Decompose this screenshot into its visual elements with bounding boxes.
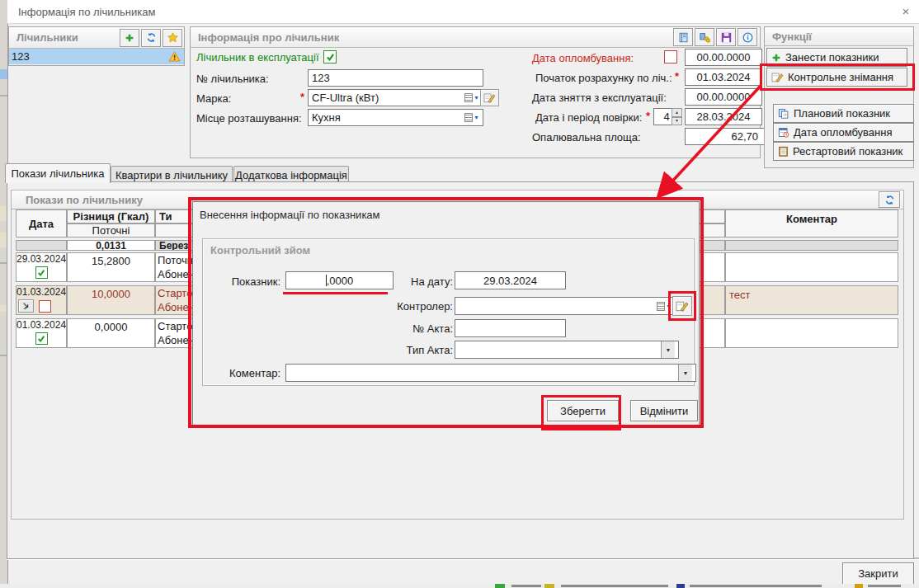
col-header-date[interactable]: Дата bbox=[16, 209, 67, 238]
app-window: Інформація по лічильникам × Лічильники 1… bbox=[0, 0, 919, 588]
combo-dropdown-icon[interactable]: ▼ bbox=[464, 93, 479, 102]
row2-comment-cell[interactable]: тест bbox=[725, 285, 898, 315]
row1-date-cell[interactable]: 29.03.2024 bbox=[16, 252, 67, 282]
verification-period-stepper[interactable]: ▲▼ bbox=[672, 108, 682, 125]
add-readings-button[interactable]: Занести показники bbox=[766, 48, 907, 67]
verification-required-marker: * bbox=[646, 110, 650, 122]
table-refresh-icon[interactable] bbox=[879, 191, 900, 208]
counter-list-item[interactable]: 123 bbox=[9, 49, 184, 64]
comment-select[interactable]: ▼ bbox=[285, 364, 696, 382]
in-service-checkbox[interactable] bbox=[323, 50, 337, 64]
star-icon[interactable] bbox=[163, 29, 182, 47]
row3-date-cell[interactable]: 01.03.2024 bbox=[16, 318, 67, 348]
location-label: Місце розташування: bbox=[196, 112, 302, 125]
clipboard-icon bbox=[778, 146, 789, 157]
background-fragment bbox=[0, 69, 7, 79]
summary-date-cell bbox=[16, 240, 67, 251]
act-type-select[interactable]: ▼ bbox=[455, 341, 679, 359]
planned-reading-icon bbox=[778, 108, 789, 119]
controller-combobox[interactable]: ▼ bbox=[455, 297, 676, 315]
seal-date-label: Дата опломбування: bbox=[532, 52, 634, 64]
summary-comment-cell bbox=[725, 240, 898, 251]
decommission-input[interactable]: 00.00.0000 bbox=[685, 88, 762, 106]
indicator-label: Показник: bbox=[229, 275, 280, 288]
act-no-label: № Акта: bbox=[403, 322, 453, 335]
date-input[interactable]: 29.03.2024 bbox=[455, 271, 566, 289]
indicator-input[interactable]: ,0000 bbox=[285, 271, 394, 289]
close-window-button[interactable]: Закрити bbox=[842, 562, 914, 585]
notebook-icon[interactable] bbox=[673, 28, 693, 46]
row3-checkbox[interactable] bbox=[35, 332, 48, 345]
save-icon[interactable] bbox=[716, 28, 736, 46]
col-header-diff[interactable]: Різниця (Гкал) bbox=[67, 209, 155, 223]
cancel-button[interactable]: Відмінити bbox=[630, 400, 698, 421]
meter-no-label: № лічильника: bbox=[196, 73, 269, 85]
background-fragment bbox=[0, 95, 7, 96]
meter-info-header: Інформація про лічильник bbox=[191, 27, 760, 48]
close-icon[interactable]: × bbox=[896, 3, 916, 20]
comment-label: Коментар: bbox=[229, 367, 280, 379]
add-icon[interactable] bbox=[120, 29, 139, 47]
controller-edit-icon[interactable] bbox=[672, 296, 692, 316]
seal-date-input[interactable]: 00.00.0000 bbox=[685, 49, 762, 66]
summary-diff-cell: 0,0131 bbox=[67, 240, 155, 251]
tab-readings[interactable]: Покази лічильника bbox=[5, 163, 111, 183]
row3-comment-cell[interactable] bbox=[725, 318, 898, 348]
readings-entry-dialog: Внесення інформації по показникам Контро… bbox=[192, 201, 700, 426]
area-input[interactable]: 62,70 bbox=[685, 128, 771, 145]
meter-no-input[interactable]: 123 bbox=[308, 69, 483, 87]
calc-start-required-marker: * bbox=[675, 70, 679, 82]
calc-start-input[interactable]: 01.03.2024 bbox=[685, 68, 762, 86]
functions-panel-title: Функції bbox=[772, 31, 812, 43]
brand-edit-icon[interactable] bbox=[480, 89, 499, 106]
filter-marker-icon[interactable] bbox=[18, 299, 34, 313]
dropdown-arrow-icon[interactable]: ▼ bbox=[661, 341, 675, 358]
counter-item-label: 123 bbox=[12, 50, 30, 63]
row2-date-cell[interactable]: 01.03.2024 bbox=[16, 285, 67, 315]
seal-date-checkbox[interactable] bbox=[664, 50, 677, 64]
brand-label: Марка: bbox=[196, 92, 231, 105]
combo-dropdown-icon[interactable]: ▼ bbox=[464, 113, 479, 122]
col-header-diff-sub: Поточні bbox=[67, 223, 155, 238]
window-title: Інформація по лічильникам bbox=[18, 6, 155, 18]
dialog-title: Внесення інформації по показникам bbox=[193, 202, 699, 221]
functions-panel-header: Функції bbox=[765, 27, 913, 46]
row1-checkbox[interactable] bbox=[35, 266, 48, 279]
act-type-label: Тип Акта: bbox=[395, 344, 453, 356]
act-no-input[interactable] bbox=[455, 319, 566, 337]
in-service-label: Лічильник в експлуатації bbox=[196, 51, 319, 64]
row2-checkbox[interactable] bbox=[39, 300, 51, 313]
decommission-label: Дата зняття з експлуатації: bbox=[532, 92, 667, 104]
tab-additional[interactable]: Додаткова інформація bbox=[233, 166, 349, 183]
row1-comment-cell[interactable] bbox=[725, 252, 898, 282]
brand-combobox[interactable]: CF-Ultra (кВт) ▼ bbox=[308, 89, 483, 106]
warning-icon bbox=[168, 51, 181, 62]
row1-diff-cell[interactable]: 15,2800 bbox=[67, 252, 155, 282]
verification-date-input[interactable]: 28.03.2024 bbox=[685, 108, 762, 125]
row2-diff-cell[interactable]: 10,0000 bbox=[67, 285, 155, 315]
col-header-comment[interactable]: Коментар bbox=[725, 209, 898, 238]
refresh-icon[interactable] bbox=[141, 29, 161, 47]
seal-date-button[interactable]: Дата опломбування bbox=[773, 123, 914, 142]
row3-diff-cell[interactable]: 0,0000 bbox=[67, 318, 155, 348]
edit-icon bbox=[771, 72, 784, 82]
dropdown-arrow-icon[interactable]: ▼ bbox=[678, 365, 692, 381]
counters-panel-title: Лічильники bbox=[16, 31, 78, 44]
counters-panel-header: Лічильники bbox=[9, 27, 184, 49]
counters-panel: Лічильники 123 bbox=[8, 26, 185, 66]
background-taskbar-strip bbox=[0, 584, 919, 588]
planned-reading-button[interactable]: Плановий показник bbox=[773, 104, 914, 123]
calc-start-label: Початок розрахунку по ліч.: bbox=[535, 72, 672, 84]
tab-apartments[interactable]: Квартири в лічильнику bbox=[111, 166, 233, 183]
location-combobox[interactable]: Кухня ▼ bbox=[308, 109, 483, 126]
area-label: Опалювальна площа: bbox=[532, 131, 641, 143]
exchange-icon[interactable] bbox=[695, 28, 714, 46]
readings-group-title: Покази по лічильнику bbox=[19, 194, 143, 206]
combo-dropdown-icon[interactable]: ▼ bbox=[657, 302, 672, 311]
control-reading-button[interactable]: Контрольне знімання bbox=[766, 68, 907, 87]
group-title: Контрольний зйом bbox=[203, 239, 694, 256]
save-button[interactable]: Зберегти bbox=[547, 400, 619, 421]
meter-info-title: Інформація про лічильник bbox=[198, 31, 339, 44]
restart-reading-button[interactable]: Рестартовий показник bbox=[773, 142, 914, 161]
info-icon[interactable] bbox=[738, 28, 757, 46]
